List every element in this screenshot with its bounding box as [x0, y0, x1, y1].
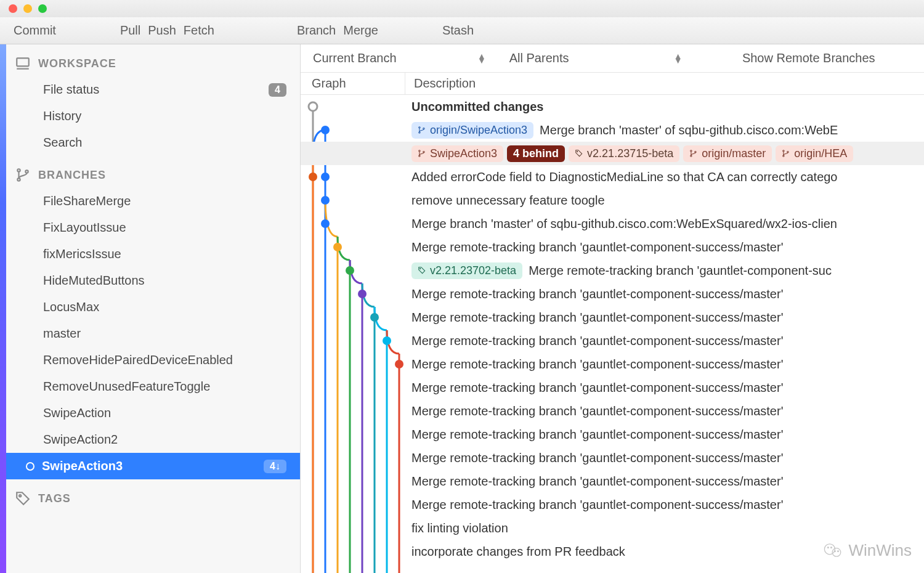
- sidebar-branch-swipeaction2[interactable]: SwipeAction2: [0, 426, 300, 453]
- filter-bar: Current Branch ▲▼ All Parents ▲▼ Show Re…: [301, 44, 924, 73]
- sidebar-item-file-status[interactable]: File status 4: [0, 76, 300, 103]
- svg-point-27: [577, 152, 578, 152]
- commit-row[interactable]: remove unnecessary feature toogle: [301, 189, 924, 212]
- ancestor-dropdown[interactable]: All Parents ▲▼: [497, 51, 694, 65]
- wechat-icon: [822, 540, 843, 561]
- branch-chip-origin-head[interactable]: origin/HEA: [776, 145, 853, 162]
- svg-point-3: [17, 178, 20, 181]
- commit-row[interactable]: Merge remote-tracking branch 'gauntlet-c…: [301, 329, 924, 352]
- sidebar-branch-swipeaction[interactable]: SwipeAction: [0, 400, 300, 426]
- svg-point-5: [19, 495, 21, 497]
- svg-point-33: [787, 152, 788, 153]
- sidebar-item-search[interactable]: Search: [0, 129, 300, 156]
- commit-desc: Merge remote-tracking branch 'gauntlet-c…: [529, 264, 832, 278]
- main-toolbar: Commit Pull Push Fetch Branch Merge Stas…: [0, 17, 924, 44]
- svg-point-2: [17, 169, 20, 171]
- svg-point-23: [423, 128, 424, 129]
- svg-point-30: [695, 152, 696, 153]
- commit-row[interactable]: origin/SwipeAction3 Merge branch 'master…: [301, 118, 924, 142]
- commit-button[interactable]: Commit: [14, 23, 56, 38]
- branch-chip-swipeaction3[interactable]: SwipeAction3: [411, 145, 503, 162]
- behind-chip: 4 behind: [507, 145, 565, 162]
- commit-row[interactable]: Merge remote-tracking branch 'gauntlet-c…: [301, 352, 924, 376]
- tag-chip[interactable]: v2.21.23702-beta: [411, 262, 522, 279]
- fetch-button[interactable]: Fetch: [184, 23, 214, 38]
- push-button[interactable]: Push: [148, 23, 176, 38]
- branch-icon: [782, 149, 790, 158]
- sidebar: WORKSPACE File status 4 History Search B…: [0, 44, 301, 573]
- updown-icon: ▲▼: [477, 54, 485, 63]
- branch-chip-origin-swipeaction3[interactable]: origin/SwipeAction3: [411, 122, 533, 139]
- commit-row[interactable]: Merge remote-tracking branch 'gauntlet-c…: [301, 493, 924, 516]
- commit-desc: Merge remote-tracking branch 'gauntlet-c…: [411, 428, 783, 442]
- commit-row[interactable]: v2.21.23702-beta Merge remote-tracking b…: [301, 259, 924, 282]
- branch-button[interactable]: Branch: [297, 23, 336, 38]
- commit-row[interactable]: Added errorCode field to DiagnosticMedia…: [301, 165, 924, 189]
- sidebar-item-history[interactable]: History: [0, 103, 300, 129]
- branch-icon: [689, 149, 698, 158]
- sidebar-branch-fixlayoutissue[interactable]: FixLayoutIssue: [0, 214, 300, 241]
- watermark: WinWins: [822, 540, 912, 561]
- commit-row[interactable]: Merge remote-tracking branch 'gauntlet-c…: [301, 446, 924, 469]
- stash-button[interactable]: Stash: [442, 23, 474, 38]
- commit-desc: fix linting violation: [411, 521, 508, 535]
- sidebar-branch-master[interactable]: master: [0, 320, 300, 347]
- commit-row[interactable]: Merge remote-tracking branch 'gauntlet-c…: [301, 235, 924, 259]
- current-branch-label: Current Branch: [313, 51, 397, 65]
- current-branch-indicator-icon: [26, 462, 34, 471]
- commit-row-selected[interactable]: SwipeAction3 4 behind v2.21.23715-beta o…: [301, 142, 924, 165]
- show-remote-label: Show Remote Branches: [742, 51, 875, 65]
- sidebar-item-label: fixMericsIssue: [43, 247, 121, 261]
- graph-column-header[interactable]: Graph: [301, 73, 405, 94]
- merge-button[interactable]: Merge: [343, 23, 378, 38]
- commit-list: Uncommitted changes origin/SwipeAction3 …: [301, 95, 924, 573]
- workspace-section-header[interactable]: WORKSPACE: [0, 44, 300, 76]
- chip-label: origin/HEA: [794, 147, 847, 160]
- sidebar-branch-hidemutedbuttons[interactable]: HideMutedButtons: [0, 267, 300, 294]
- window-left-accent: [0, 44, 6, 573]
- window-minimize-button[interactable]: [23, 4, 32, 13]
- commit-desc: Merge branch 'master' of sqbu-github.cis…: [411, 217, 837, 231]
- commit-row[interactable]: Merge remote-tracking branch 'gauntlet-c…: [301, 282, 924, 306]
- commit-row[interactable]: Merge remote-tracking branch 'gauntlet-c…: [301, 306, 924, 329]
- description-column-header[interactable]: Description: [405, 76, 476, 91]
- svg-point-28: [691, 150, 692, 152]
- main-panel: Current Branch ▲▼ All Parents ▲▼ Show Re…: [301, 44, 924, 573]
- commit-desc: Merge remote-tracking branch 'gauntlet-c…: [411, 451, 783, 465]
- chip-label: origin/master: [702, 147, 766, 160]
- commit-row[interactable]: Merge remote-tracking branch 'gauntlet-c…: [301, 376, 924, 399]
- branch-chip-origin-master[interactable]: origin/master: [683, 145, 772, 162]
- svg-point-22: [419, 132, 420, 133]
- commit-row[interactable]: fix linting violation: [301, 516, 924, 540]
- sidebar-branch-removeunusedfeaturetoggle[interactable]: RemoveUnusedFeatureToggle: [0, 373, 300, 400]
- commit-row[interactable]: Merge branch 'master' of sqbu-github.cis…: [301, 212, 924, 235]
- commit-desc: Merge remote-tracking branch 'gauntlet-c…: [411, 404, 783, 418]
- svg-point-32: [783, 155, 784, 156]
- sidebar-branch-fixmericsissue[interactable]: fixMericsIssue: [0, 241, 300, 267]
- svg-point-26: [423, 152, 424, 153]
- current-branch-dropdown[interactable]: Current Branch ▲▼: [301, 51, 497, 65]
- commit-desc: Merge remote-tracking branch 'gauntlet-c…: [411, 498, 783, 512]
- sidebar-branch-filesharemerge[interactable]: FileShareMerge: [0, 188, 300, 214]
- sidebar-branch-swipeaction3[interactable]: SwipeAction3 4↓: [0, 453, 300, 479]
- svg-point-4: [25, 170, 28, 173]
- sidebar-branch-locusmax[interactable]: LocusMax: [0, 294, 300, 320]
- monitor-icon: [15, 55, 31, 71]
- file-status-badge: 4: [269, 83, 286, 97]
- sidebar-item-label: RemoveHidePairedDeviceEnabled: [43, 353, 233, 367]
- commit-desc: Merge branch 'master' of sqbu-github.cis…: [540, 123, 838, 137]
- pull-button[interactable]: Pull: [120, 23, 140, 38]
- tags-section-header[interactable]: TAGS: [0, 479, 300, 511]
- show-remote-toggle[interactable]: Show Remote Branches: [694, 51, 925, 65]
- tag-chip[interactable]: v2.21.23715-beta: [569, 145, 679, 162]
- updown-icon: ▲▼: [674, 54, 681, 63]
- commit-row-uncommitted[interactable]: Uncommitted changes: [301, 95, 924, 118]
- chip-label: 4 behind: [513, 147, 559, 160]
- window-maximize-button[interactable]: [38, 4, 47, 13]
- sidebar-branch-removehidepaireddeviceenabled[interactable]: RemoveHidePairedDeviceEnabled: [0, 347, 300, 373]
- branches-section-header[interactable]: BRANCHES: [0, 156, 300, 188]
- commit-row[interactable]: Merge remote-tracking branch 'gauntlet-c…: [301, 423, 924, 446]
- commit-row[interactable]: Merge remote-tracking branch 'gauntlet-c…: [301, 469, 924, 493]
- window-close-button[interactable]: [9, 4, 17, 13]
- commit-row[interactable]: Merge remote-tracking branch 'gauntlet-c…: [301, 399, 924, 423]
